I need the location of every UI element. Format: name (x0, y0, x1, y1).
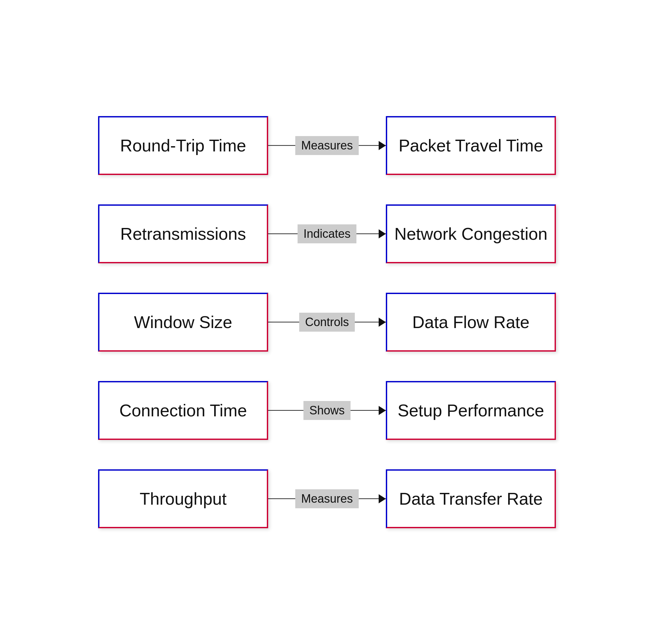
connector-arrow-3 (379, 318, 386, 327)
right-label-5: Data Transfer Rate (399, 489, 542, 509)
left-label-1: Round-Trip Time (120, 136, 246, 155)
row-2: RetransmissionsIndicatesNetwork Congesti… (26, 204, 628, 263)
connector-label-3: Controls (299, 313, 355, 332)
right-node-5: Data Transfer Rate (386, 469, 556, 528)
connector-1: Measures (268, 136, 386, 155)
row-4: Connection TimeShowsSetup Performance (26, 381, 628, 440)
connector-label-5: Measures (295, 489, 359, 508)
row-1: Round-Trip TimeMeasuresPacket Travel Tim… (26, 116, 628, 175)
connector-3: Controls (268, 312, 386, 332)
connector-2: Indicates (268, 224, 386, 244)
connector-arrow-1 (379, 141, 386, 150)
left-node-1: Round-Trip Time (98, 116, 268, 175)
connector-label-1: Measures (295, 136, 359, 155)
row-5: ThroughputMeasuresData Transfer Rate (26, 469, 628, 528)
connector-5: Measures (268, 489, 386, 509)
right-node-2: Network Congestion (386, 204, 556, 263)
right-label-4: Setup Performance (398, 401, 544, 420)
right-node-3: Data Flow Rate (386, 293, 556, 352)
diagram-container: Round-Trip TimeMeasuresPacket Travel Tim… (26, 116, 628, 528)
left-node-2: Retransmissions (98, 204, 268, 263)
left-label-2: Retransmissions (120, 224, 246, 244)
connector-arrow-5 (379, 494, 386, 503)
right-node-4: Setup Performance (386, 381, 556, 440)
connector-arrow-2 (379, 229, 386, 238)
connector-arrow-4 (379, 406, 386, 415)
left-node-4: Connection Time (98, 381, 268, 440)
right-label-3: Data Flow Rate (412, 312, 530, 332)
right-node-1: Packet Travel Time (386, 116, 556, 175)
connector-label-4: Shows (303, 401, 351, 420)
row-3: Window SizeControlsData Flow Rate (26, 293, 628, 352)
left-label-5: Throughput (140, 489, 227, 509)
right-label-2: Network Congestion (394, 224, 547, 244)
connector-label-2: Indicates (298, 224, 356, 243)
left-node-3: Window Size (98, 293, 268, 352)
left-node-5: Throughput (98, 469, 268, 528)
right-label-1: Packet Travel Time (399, 136, 543, 155)
left-label-4: Connection Time (119, 401, 247, 420)
connector-4: Shows (268, 401, 386, 420)
left-label-3: Window Size (134, 312, 233, 332)
